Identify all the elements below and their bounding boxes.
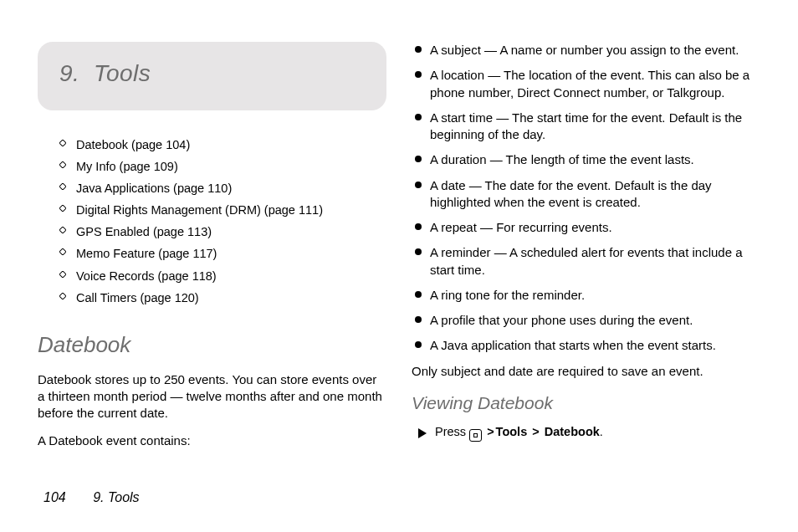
list-item: A ring tone for the reminder. [415,287,760,304]
list-item: A date — The date for the event. Default… [415,177,760,212]
toc-label: Voice Records (page 118) [76,269,217,283]
list-item: A duration — The length of time the even… [415,151,760,168]
chapter-name: Tools [94,60,151,86]
list-item: A location — The location of the event. … [415,67,760,101]
step-row: Press >Tools > Datebook. [412,425,760,442]
svg-marker-6 [59,271,66,278]
diamond-icon [59,293,66,299]
step-path-1: Tools [496,425,528,438]
list-text: A Java application that starts when the … [430,338,716,352]
list-item: A repeat — For recurring events. [415,219,760,236]
datebook-intro: Datebook stores up to 250 events. You ca… [38,371,386,422]
toc-item: Memo Feature (page 117) [59,243,386,264]
step-path-2: Datebook [545,425,600,438]
left-column: 9. Tools Datebook (page 104) My Info (pa… [38,42,386,459]
list-item: A Java application that starts when the … [415,337,760,354]
list-text: A location — The location of the event. … [430,68,749,99]
list-text: A profile that your phone uses during th… [430,313,693,327]
datebook-lead: A Datebook event contains: [38,432,386,449]
toc-item: Java Applications (page 110) [59,177,386,199]
list-text: A reminder — A scheduled alert for event… [430,245,743,276]
diamond-icon [59,183,66,190]
toc-item: My Info (page 109) [59,156,386,177]
diamond-icon [59,140,66,146]
gt-icon: > [485,425,495,438]
toc-item: Datebook (page 104) [59,134,386,156]
two-column-layout: 9. Tools Datebook (page 104) My Info (pa… [38,42,760,459]
toc-label: GPS Enabled (page 113) [76,225,212,238]
right-column: A subject — A name or number you assign … [412,42,760,459]
toc-item: Call Timers (page 120) [59,287,386,309]
chapter-banner: 9. Tools [38,42,386,110]
chapter-number: 9. [59,60,79,86]
chapter-title: 9. Tools [59,60,365,87]
event-field-list: A subject — A name or number you assign … [412,42,760,355]
triangle-icon [418,428,427,438]
svg-marker-3 [59,205,66,212]
svg-marker-5 [59,248,66,255]
page: 9. Tools Datebook (page 104) My Info (pa… [0,0,798,532]
toc-label: Digital Rights Management (DRM) (page 11… [76,203,323,217]
step-verb: Press [435,425,466,438]
diamond-icon [59,227,66,233]
toc-item: GPS Enabled (page 113) [59,221,386,243]
list-text: A duration — The length of time the even… [430,152,694,166]
svg-marker-4 [59,227,66,233]
list-item: A start time — The start time for the ev… [415,110,760,144]
list-item: A profile that your phone uses during th… [415,312,760,329]
subsection-heading-viewing: Viewing Datebook [412,393,760,413]
required-note: Only subject and date are required to sa… [412,363,760,380]
toc-label: Datebook (page 104) [76,138,190,151]
page-number: 104 [43,490,66,504]
toc-label: My Info (page 109) [76,160,178,173]
svg-marker-1 [59,161,66,168]
svg-marker-0 [59,140,66,146]
list-text: A date — The date for the event. Default… [430,178,712,209]
gt-icon: > [527,425,545,438]
page-footer: 104 9. Tools [43,490,140,505]
toc-item: Digital Rights Management (DRM) (page 11… [59,199,386,221]
step-text: Press >Tools > Datebook. [435,425,603,442]
svg-marker-7 [59,293,66,299]
list-text: A ring tone for the reminder. [430,288,585,302]
diamond-icon [59,248,66,255]
diamond-icon [59,271,66,278]
list-item: A subject — A name or number you assign … [415,42,760,59]
list-text: A repeat — For recurring events. [430,220,612,234]
list-text: A start time — The start time for the ev… [430,110,742,141]
section-heading-datebook: Datebook [38,332,386,358]
toc-label: Memo Feature (page 117) [76,247,217,260]
toc-item: Voice Records (page 118) [59,265,386,287]
svg-marker-2 [59,183,66,190]
list-item: A reminder — A scheduled alert for event… [415,244,760,279]
table-of-contents: Datebook (page 104) My Info (page 109) J… [38,134,386,309]
ok-key-icon [469,429,482,442]
diamond-icon [59,205,66,212]
toc-label: Call Timers (page 120) [76,291,199,304]
running-title: 9. Tools [93,490,139,504]
diamond-icon [59,161,66,168]
list-text: A subject — A name or number you assign … [430,43,739,57]
toc-label: Java Applications (page 110) [76,182,232,195]
